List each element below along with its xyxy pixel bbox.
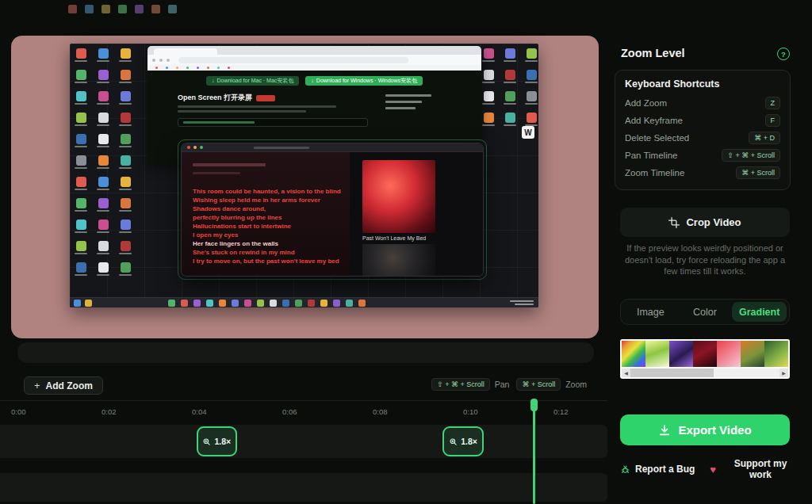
bookmark-favicon <box>166 67 168 69</box>
download-buttons-row: ↓ Download for Mac · Mac安装包 ↓ Download f… <box>147 76 481 86</box>
desktop-icon <box>523 70 538 83</box>
album-panel: Past Won't Leave My Bed <box>350 152 483 277</box>
taskbar-icon <box>270 300 277 307</box>
desktop-icon <box>523 48 538 62</box>
taskbar-icon <box>206 300 213 307</box>
download-mac-button: ↓ Download for Mac · Mac安装包 <box>206 76 299 86</box>
support-link[interactable]: Support my work <box>731 458 790 480</box>
recorded-desktop-frame: W ↓ Download for Mac · Mac安装包 <box>70 44 538 307</box>
download-windows-label: Download for Windows · Windows安装包 <box>316 76 417 86</box>
icon-label-placeholder <box>525 82 538 83</box>
app-icon <box>484 113 494 123</box>
video-preview-canvas[interactable]: W ↓ Download for Mac · Mac安装包 <box>11 36 599 338</box>
heart-icon: ♥ <box>710 464 716 475</box>
shortcut-key-badge: F <box>765 114 781 127</box>
shortcut-label: Pan Timeline <box>625 151 677 160</box>
favicon-icon <box>151 5 160 13</box>
site-badge <box>256 95 275 101</box>
zoom-in-icon <box>202 437 211 446</box>
export-video-button[interactable]: Export Video <box>620 414 790 445</box>
lyric-line: perfectly blurring up the lines <box>193 213 347 222</box>
bookmark-favicon <box>217 67 220 69</box>
tick-label: 0:08 <box>373 407 388 416</box>
app-icon <box>484 48 494 59</box>
tab-gradient[interactable]: Gradient <box>732 302 787 322</box>
taskbar-icon <box>282 300 289 307</box>
text-placeholder <box>385 94 431 97</box>
gradient-swatch-row <box>622 341 788 367</box>
gradient-swatch[interactable] <box>622 341 645 367</box>
desktop-icon <box>481 113 496 126</box>
gradient-swatch[interactable] <box>741 341 764 367</box>
download-icon <box>658 424 671 437</box>
zoom-segment[interactable]: 1.8× <box>197 426 237 456</box>
export-video-label: Export Video <box>678 423 751 437</box>
taskbar-icon <box>219 300 226 307</box>
tab-color[interactable]: Color <box>678 302 733 322</box>
gradient-swatch[interactable] <box>645 341 669 367</box>
video-track[interactable] <box>0 473 607 502</box>
scroll-left-icon[interactable]: ◀ <box>622 368 630 377</box>
crop-video-button[interactable]: Crop Video <box>620 208 790 237</box>
add-zoom-button[interactable]: + Add Zoom <box>24 376 103 395</box>
taskbar-icon <box>193 300 201 307</box>
hint-label: Zoom <box>565 380 587 389</box>
bookmark-favicon <box>176 67 178 69</box>
browser-favicons <box>68 5 177 13</box>
icon-label-placeholder <box>482 60 495 62</box>
gradient-swatch[interactable] <box>764 341 788 367</box>
playhead[interactable] <box>533 399 535 504</box>
app-icon <box>505 48 515 59</box>
plus-icon: + <box>34 380 40 391</box>
shortcut-key-badge: ⌘ + Scroll <box>516 378 561 391</box>
album-title: Past Won't Leave My Bed <box>362 235 426 241</box>
background-type-tabs: ImageColorGradient <box>620 299 790 325</box>
scrollbar-thumb[interactable] <box>630 368 714 377</box>
taskbar-icon <box>308 300 315 307</box>
sidebar-footer: Report a Bug ♥ Support my work <box>620 455 790 483</box>
icon-label-placeholder <box>525 60 538 62</box>
scroll-right-icon[interactable]: ▶ <box>779 368 788 377</box>
minimize-icon <box>193 146 197 149</box>
bookmark-favicon <box>228 67 230 69</box>
icon-label-placeholder <box>504 82 516 83</box>
gradient-swatch[interactable] <box>693 341 717 367</box>
app-icon <box>484 70 494 80</box>
download-icon: ↓ <box>311 76 314 86</box>
gradient-swatch[interactable] <box>669 341 693 367</box>
gradient-scrollbar[interactable]: ◀ ▶ <box>622 368 788 377</box>
clock-placeholder <box>510 300 534 305</box>
player-titlebar <box>182 143 483 152</box>
desktop-icon <box>502 113 518 126</box>
app-icon <box>527 113 537 123</box>
tick-label: 0:10 <box>463 407 478 416</box>
favicon-icon <box>85 5 94 13</box>
maximize-icon <box>200 146 203 149</box>
scrollbar-track[interactable] <box>630 368 779 377</box>
taskbar-icon <box>358 300 366 307</box>
bookmark-favicon <box>155 67 158 69</box>
lyric-line: I try to move on, but the past won't lea… <box>193 257 347 265</box>
shortcut-key-badge: Z <box>765 97 781 109</box>
zoom-amount-label: 1.8× <box>461 437 477 446</box>
w-logo-icon: W <box>522 126 534 139</box>
help-icon[interactable]: ? <box>777 48 790 60</box>
report-bug-button[interactable]: Report a Bug <box>620 464 695 475</box>
zoom-amount-label: 1.8× <box>214 437 231 446</box>
tab-image[interactable]: Image <box>623 302 678 322</box>
shortcuts-title: Keyboard Shortcuts <box>625 78 780 90</box>
download-mac-label: Download for Mac · Mac安装包 <box>216 76 293 86</box>
gradient-swatch[interactable] <box>717 341 741 367</box>
taskbar-icon <box>85 300 92 307</box>
lyrics-panel: This room could be haunted, a vision to … <box>182 152 350 277</box>
lyric-line: Hallucinations start to intertwine <box>193 222 347 231</box>
taskbar-icon <box>244 300 251 307</box>
shortcut-key-badge: ⌘ + Scroll <box>736 166 780 179</box>
zoom-segment[interactable]: 1.8× <box>442 426 483 456</box>
timeline-ruler[interactable]: 0:000:020:040:060:080:100:12 <box>0 400 607 421</box>
shortcut-key-badge: ⇧ + ⌘ + Scroll <box>722 149 780 162</box>
lyric-line: She's stuck on rewind in my mind <box>193 248 347 257</box>
zoom-track[interactable]: 1.8×1.8× <box>0 425 607 458</box>
browser-tabstrip <box>147 46 481 55</box>
desktop-icon <box>502 70 518 83</box>
